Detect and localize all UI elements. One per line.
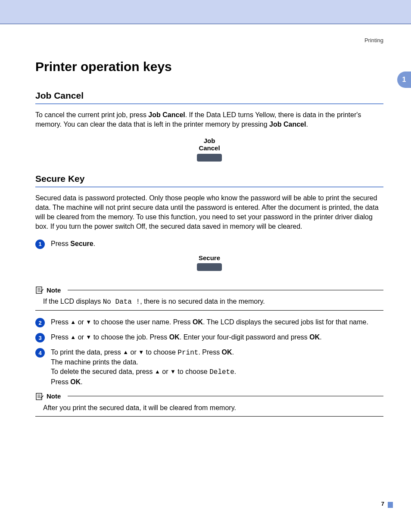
- up-arrow-icon: ▲: [70, 334, 76, 340]
- text-mono: Print: [177, 349, 198, 357]
- text: The machine prints the data.: [51, 358, 138, 366]
- step-body: Press ▲ or ▼ to choose the user name. Pr…: [51, 317, 383, 327]
- down-arrow-icon: ▼: [170, 368, 176, 375]
- key-label: Job Cancel: [35, 137, 383, 152]
- heading-rule: [35, 103, 383, 104]
- text: or: [128, 348, 138, 356]
- text: .: [234, 368, 236, 375]
- text-bold: OK: [222, 348, 232, 356]
- text: .: [81, 378, 82, 386]
- step-number-badge: 3: [35, 333, 45, 342]
- text-bold: OK: [70, 378, 81, 386]
- text-bold: OK: [193, 318, 203, 326]
- text: To cancel the current print job, press: [35, 111, 148, 118]
- text-mono: Delete: [209, 368, 234, 376]
- page-number: 7: [381, 501, 384, 507]
- page-title: Printer operation keys: [35, 59, 383, 74]
- text-bold: Job Cancel: [269, 121, 306, 128]
- text: or: [76, 318, 86, 326]
- text: Cancel: [199, 144, 220, 152]
- page-number-accent: [388, 502, 393, 508]
- text-bold: Job Cancel: [148, 111, 185, 118]
- text: .: [232, 348, 234, 356]
- text: .: [93, 240, 95, 247]
- step-1: 1 Press Secure.: [35, 239, 383, 249]
- heading-secure-key: Secure Key: [35, 174, 383, 184]
- key-label: Secure: [35, 254, 383, 261]
- step-number-badge: 2: [35, 318, 45, 327]
- up-arrow-icon: ▲: [155, 368, 160, 375]
- secure-key-figure: Secure: [35, 254, 383, 271]
- up-arrow-icon: ▲: [70, 319, 76, 325]
- job-cancel-key-figure: Job Cancel: [35, 137, 383, 162]
- step-3: 3 Press ▲ or ▼ to choose the job. Press …: [35, 333, 383, 342]
- key-button-graphic: [197, 154, 222, 162]
- text-bold: Secure: [70, 240, 93, 247]
- text: . The LCD displays the secured jobs list…: [203, 318, 368, 326]
- text: Job: [204, 137, 215, 144]
- text: or: [76, 333, 86, 341]
- text: .: [306, 121, 308, 128]
- text: , there is no secured data in the memory…: [140, 298, 265, 305]
- note-rule: [68, 290, 383, 290]
- step-4: 4 To print the data, press ▲ or ▼ to cho…: [35, 348, 383, 386]
- text: To delete the secured data, press: [51, 368, 155, 375]
- text: to choose the user name. Press: [91, 318, 193, 326]
- note-header: Note: [35, 392, 383, 401]
- note-block-2: Note After you print the secured data, i…: [35, 392, 383, 417]
- text: to choose: [176, 368, 209, 375]
- text: . Enter your four-digit password and pre…: [180, 333, 309, 341]
- note-title: Note: [47, 392, 61, 400]
- note-rule: [68, 396, 383, 396]
- step-body: Press ▲ or ▼ to choose the job. Press OK…: [51, 333, 383, 342]
- step-2: 2 Press ▲ or ▼ to choose the user name. …: [35, 317, 383, 327]
- note-body: If the LCD displays No Data !, there is …: [35, 294, 383, 311]
- text: Press: [51, 318, 70, 326]
- text-mono: No Data !: [103, 298, 140, 306]
- text: .: [320, 333, 321, 341]
- heading-rule: [35, 187, 383, 187]
- chapter-tab-number: 1: [402, 76, 406, 84]
- key-button-graphic: [197, 263, 222, 271]
- up-arrow-icon: ▲: [123, 349, 128, 355]
- step-number-badge: 1: [35, 240, 45, 249]
- text: Press: [51, 240, 70, 247]
- text: to choose the job. Press: [91, 333, 169, 341]
- secure-key-intro: Secured data is password protected. Only…: [35, 193, 383, 231]
- down-arrow-icon: ▼: [86, 319, 91, 325]
- text: or: [160, 368, 170, 375]
- text: . Press: [198, 348, 221, 356]
- down-arrow-icon: ▼: [86, 334, 91, 340]
- text: Press: [51, 378, 70, 386]
- down-arrow-icon: ▼: [138, 349, 144, 355]
- step-body: Press Secure.: [51, 239, 383, 249]
- note-body: After you print the secured data, it wil…: [35, 401, 383, 417]
- step-body: To print the data, press ▲ or ▼ to choos…: [51, 348, 383, 386]
- text: Press: [51, 333, 70, 341]
- job-cancel-paragraph: To cancel the current print job, press J…: [35, 110, 383, 129]
- note-title: Note: [47, 286, 61, 294]
- note-header: Note: [35, 286, 383, 294]
- text-bold: OK: [309, 333, 320, 341]
- heading-job-cancel: Job Cancel: [35, 90, 383, 101]
- section-header-label: Printing: [364, 37, 383, 44]
- header-band: [0, 0, 411, 24]
- text: To print the data, press: [51, 348, 123, 356]
- text-bold: OK: [169, 333, 180, 341]
- note-icon: [35, 392, 44, 401]
- chapter-tab: 1: [397, 72, 411, 88]
- note-icon: [35, 286, 44, 294]
- page-content: Printer operation keys Job Cancel To can…: [0, 59, 411, 417]
- note-block-1: Note If the LCD displays No Data !, ther…: [35, 286, 383, 311]
- text: to choose: [144, 348, 177, 356]
- step-number-badge: 4: [35, 348, 45, 358]
- text: If the LCD displays: [43, 298, 103, 305]
